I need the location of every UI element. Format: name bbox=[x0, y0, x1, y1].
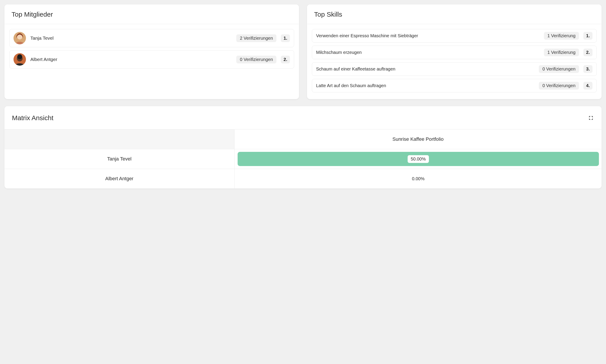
matrix-row-name: Tanja Tevel bbox=[4, 149, 234, 169]
verification-badge: 0 Verifizierungen bbox=[236, 56, 276, 63]
matrix-view-card: Matrix Ansicht Sunrise Kaffee Portfolio bbox=[4, 106, 602, 188]
matrix-row: Tanja Tevel 50.00% bbox=[4, 149, 602, 169]
top-members-header: Top Mitglieder bbox=[4, 4, 299, 24]
member-name: Tanja Tevel bbox=[30, 35, 232, 41]
top-members-title: Top Mitglieder bbox=[12, 11, 292, 18]
skill-name: Milchschaum erzeugen bbox=[316, 50, 540, 55]
fullscreen-button[interactable] bbox=[588, 115, 594, 121]
matrix-data-cell[interactable]: 0.00% bbox=[234, 169, 602, 189]
rank-badge: 2. bbox=[281, 56, 290, 63]
verification-badge: 0 Verifizierungen bbox=[539, 82, 579, 90]
progress-value: 50.00% bbox=[408, 155, 429, 163]
skill-row[interactable]: Verwenden einer Espresso Maschine mit Si… bbox=[312, 29, 597, 43]
matrix-title: Matrix Ansicht bbox=[12, 114, 53, 122]
skill-row[interactable]: Schaum auf einer Kaffeetasse auftragen 0… bbox=[312, 62, 597, 76]
verification-badge: 1 Verifizierung bbox=[544, 49, 579, 56]
top-skills-body: Verwenden einer Espresso Maschine mit Si… bbox=[307, 24, 602, 99]
avatar bbox=[13, 53, 26, 66]
matrix-row: Albert Antger 0.00% bbox=[4, 169, 602, 189]
rank-badge: 2. bbox=[583, 49, 593, 56]
matrix-corner-cell bbox=[4, 130, 234, 149]
verification-badge: 1 Verifizierung bbox=[544, 32, 579, 40]
matrix-header: Matrix Ansicht bbox=[4, 106, 602, 129]
fullscreen-icon bbox=[589, 116, 593, 120]
skill-name: Schaum auf einer Kaffeetasse auftragen bbox=[316, 66, 534, 72]
matrix-data-cell[interactable]: 50.00% bbox=[234, 149, 602, 169]
top-members-card: Top Mitglieder Tanja Tevel 2 Verifizieru… bbox=[4, 4, 299, 99]
rank-badge: 3. bbox=[583, 65, 593, 73]
avatar bbox=[13, 32, 26, 44]
top-members-body: Tanja Tevel 2 Verifizierungen 1. Albert … bbox=[4, 24, 299, 75]
skill-name: Verwenden einer Espresso Maschine mit Si… bbox=[316, 33, 540, 39]
top-skills-header: Top Skills bbox=[307, 4, 602, 24]
rank-badge: 1. bbox=[281, 34, 290, 42]
matrix-row-name: Albert Antger bbox=[4, 169, 234, 188]
matrix-column-header: Sunrise Kaffee Portfolio bbox=[234, 130, 602, 149]
member-row[interactable]: Albert Antger 0 Verifizierungen 2. bbox=[9, 50, 294, 68]
top-skills-title: Top Skills bbox=[314, 11, 594, 18]
rank-badge: 1. bbox=[583, 32, 593, 40]
skill-row[interactable]: Milchschaum erzeugen 1 Verifizierung 2. bbox=[312, 46, 597, 59]
rank-badge: 4. bbox=[583, 82, 593, 90]
matrix-row-header: Tanja Tevel bbox=[4, 149, 234, 169]
matrix-column-header-label: Sunrise Kaffee Portfolio bbox=[234, 130, 602, 149]
progress-bar: 50.00% bbox=[238, 152, 599, 166]
member-row[interactable]: Tanja Tevel 2 Verifizierungen 1. bbox=[9, 29, 294, 47]
verification-badge: 0 Verifizierungen bbox=[539, 65, 579, 73]
top-skills-card: Top Skills Verwenden einer Espresso Masc… bbox=[307, 4, 602, 99]
skill-name: Latte Art auf den Schaum auftragen bbox=[316, 83, 534, 89]
verification-badge: 2 Verifizierungen bbox=[236, 34, 276, 42]
progress-value: 0.00% bbox=[412, 176, 425, 181]
member-name: Albert Antger bbox=[30, 56, 232, 63]
svg-point-4 bbox=[17, 54, 22, 59]
matrix-table: Sunrise Kaffee Portfolio Tanja Tevel 50.… bbox=[4, 129, 602, 188]
skill-row[interactable]: Latte Art auf den Schaum auftragen 0 Ver… bbox=[312, 79, 597, 92]
matrix-row-header: Albert Antger bbox=[4, 169, 234, 189]
progress-bar: 0.00% bbox=[238, 172, 599, 186]
